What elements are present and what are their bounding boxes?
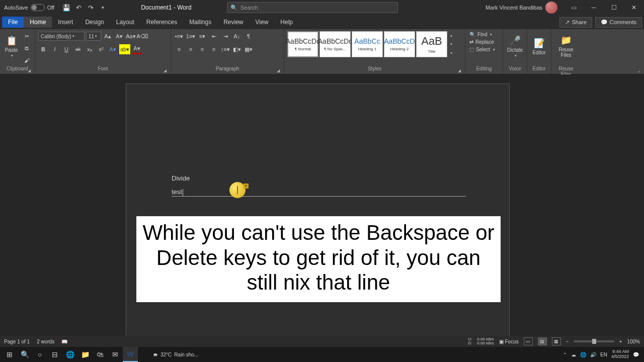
page[interactable]: Divide test ▾ (126, 83, 510, 348)
zoom-slider[interactable] (574, 340, 614, 342)
paste-button[interactable]: 📋 Paste ▾ (3, 31, 20, 61)
language-icon[interactable]: EN (600, 352, 607, 357)
notifications-icon[interactable]: 💬 (633, 352, 639, 357)
style-nospacing[interactable]: AaBbCcDc¶ No Spac... (319, 31, 351, 57)
sort-icon[interactable]: A↓ (232, 31, 242, 41)
decrease-indent-icon[interactable]: ⇤ (209, 31, 219, 41)
editor-button[interactable]: 📝Editor (530, 31, 548, 61)
edge-icon[interactable]: 🌐 (62, 347, 77, 362)
align-left-icon[interactable]: ≡ (174, 44, 184, 54)
avatar[interactable] (545, 2, 557, 14)
document-text-line1[interactable]: Divide (172, 174, 190, 182)
increase-indent-icon[interactable]: ⇥ (220, 31, 230, 41)
undo-icon[interactable]: ↶ (74, 4, 83, 12)
tab-layout[interactable]: Layout (110, 17, 140, 28)
borders-icon[interactable]: ▦▾ (244, 44, 254, 54)
onedrive-icon[interactable]: ☁ (571, 352, 576, 357)
store-icon[interactable]: 🛍 (93, 347, 108, 362)
paragraph-launcher-icon[interactable]: ◢ (277, 68, 280, 73)
minimize-button[interactable]: ─ (584, 0, 604, 15)
tab-home[interactable]: Home (24, 17, 52, 28)
document-text-line2[interactable]: test (172, 188, 183, 196)
shading-icon[interactable]: ◧▾ (232, 44, 242, 54)
grow-font-icon[interactable]: A▴ (103, 31, 113, 41)
qat-more-icon[interactable]: ▾ (99, 4, 107, 12)
tab-view[interactable]: View (250, 17, 275, 28)
font-size-select[interactable]: 11▾ (86, 32, 101, 41)
change-case-icon[interactable]: Aa▾ (126, 31, 136, 41)
subscript-button[interactable]: x₂ (85, 44, 95, 54)
copy-icon[interactable]: ⧉ (22, 43, 32, 53)
spellcheck-icon[interactable]: 📖 (61, 339, 67, 344)
clipboard-launcher-icon[interactable]: ◢ (28, 68, 31, 73)
word-count[interactable]: 2 words (37, 339, 54, 344)
zoom-out-icon[interactable]: − (566, 339, 569, 344)
italic-button[interactable]: I (50, 44, 60, 54)
style-heading2[interactable]: AaBbCcDHeading 2 (384, 31, 415, 57)
clock[interactable]: 9:44 AM 4/5/2022 (611, 349, 629, 359)
text-effects-icon[interactable]: A▾ (108, 44, 118, 54)
replace-button[interactable]: ⇄Replace (468, 39, 496, 45)
find-button[interactable]: 🔍Find▾ (468, 31, 496, 38)
superscript-button[interactable]: x² (96, 44, 106, 54)
document-area[interactable]: Divide test ▾ (0, 74, 644, 348)
reuse-files-button[interactable]: 📁Reuse Files (554, 31, 578, 61)
comments-button[interactable]: 💬Comments (595, 17, 642, 28)
search-input[interactable]: 🔍 Search (227, 2, 398, 13)
tab-help[interactable]: Help (274, 17, 299, 28)
font-name-select[interactable]: Calibri (Body)▾ (38, 32, 85, 41)
save-icon[interactable]: 💾 (62, 4, 70, 12)
autosave-toggle[interactable]: AutoSave Off (0, 4, 58, 11)
shrink-font-icon[interactable]: A▾ (114, 31, 124, 41)
zoom-level[interactable]: 100% (627, 339, 640, 344)
search-taskbar-icon[interactable]: 🔍 (17, 347, 32, 362)
weather-widget[interactable]: 🌧 32°C Rain sho... (153, 352, 198, 357)
web-layout-icon[interactable]: ▦ (552, 337, 561, 345)
task-view-icon[interactable]: ⊟ (47, 347, 62, 362)
underline-button[interactable]: U (61, 44, 71, 54)
read-mode-icon[interactable]: ▭ (524, 337, 533, 345)
zoom-in-icon[interactable]: + (619, 339, 622, 344)
maximize-button[interactable]: ☐ (604, 0, 624, 15)
styles-gallery[interactable]: AaBbCcDc¶ Normal AaBbCcDc¶ No Spac... Aa… (287, 31, 454, 57)
tab-design[interactable]: Design (79, 17, 110, 28)
start-button[interactable]: ⊞ (2, 347, 17, 362)
styles-more-icon[interactable]: ▴▾▾ (448, 31, 454, 57)
multilevel-icon[interactable]: ≡▾ (197, 31, 207, 41)
align-right-icon[interactable]: ≡ (197, 44, 207, 54)
style-heading1[interactable]: AaBbCcHeading 1 (352, 31, 383, 57)
tab-review[interactable]: Review (217, 17, 249, 28)
cortana-icon[interactable]: ○ (32, 347, 47, 362)
explorer-icon[interactable]: 📁 (77, 347, 93, 362)
justify-icon[interactable]: ≡ (209, 44, 219, 54)
cut-icon[interactable]: ✂ (22, 31, 32, 41)
redo-icon[interactable]: ↷ (87, 4, 95, 12)
page-count[interactable]: Page 1 of 1 (4, 339, 30, 344)
tab-references[interactable]: References (140, 17, 183, 28)
tab-mailings[interactable]: Mailings (183, 17, 217, 28)
network-icon[interactable]: 🌐 (580, 352, 586, 357)
tab-insert[interactable]: Insert (52, 17, 79, 28)
format-painter-icon[interactable]: 🖌 (22, 55, 32, 65)
strike-button[interactable]: ab (73, 44, 83, 54)
style-normal[interactable]: AaBbCcDc¶ Normal (287, 31, 318, 57)
styles-launcher-icon[interactable]: ◢ (458, 68, 461, 73)
line-spacing-icon[interactable]: ↕≡▾ (220, 44, 230, 54)
clear-format-icon[interactable]: A⌫ (137, 31, 147, 41)
tab-file[interactable]: File (2, 17, 24, 28)
mail-icon[interactable]: ✉ (108, 347, 123, 362)
paste-options-icon[interactable]: ▾ (244, 184, 249, 189)
highlight-icon[interactable]: ab▾ (119, 44, 130, 54)
print-layout-icon[interactable]: ▤ (538, 337, 547, 345)
word-taskbar-icon[interactable]: W (123, 347, 138, 362)
bullets-icon[interactable]: •≡▾ (174, 31, 184, 41)
font-launcher-icon[interactable]: ◢ (164, 68, 167, 73)
bold-button[interactable]: B (38, 44, 48, 54)
select-button[interactable]: ⬚Select▾ (468, 46, 496, 53)
volume-icon[interactable]: 🔊 (590, 352, 596, 357)
tray-chevron-icon[interactable]: ⌃ (563, 352, 567, 357)
share-button[interactable]: ↗Share (559, 17, 592, 28)
font-color-icon[interactable]: A▾ (132, 44, 142, 54)
dictate-button[interactable]: 🎤Dictate▾ (506, 31, 524, 61)
ribbon-display-icon[interactable]: ▭ (564, 0, 584, 15)
